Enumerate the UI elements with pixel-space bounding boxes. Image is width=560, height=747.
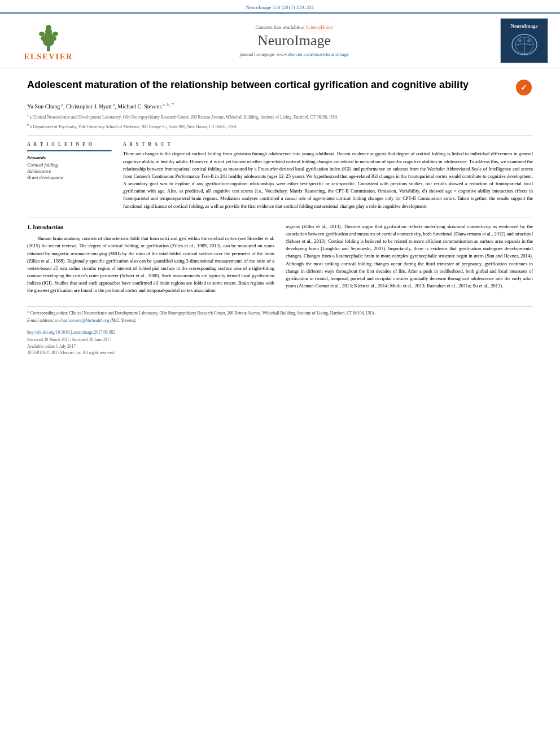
keyword-3: Brain development	[27, 174, 112, 180]
body-col-left: 1. Introduction Human brain anatomy cons…	[27, 223, 274, 298]
author-christopher-hyatt: Christopher J. Hyatt	[66, 103, 112, 110]
abstract-text: There are changes to the degree of corti…	[123, 150, 533, 209]
divider-1	[27, 136, 533, 136]
intro-paragraph-2: regions (Zilles et al., 2013). Theories …	[286, 223, 533, 290]
divider-blue-1	[27, 150, 112, 152]
journal-ref-text: NeuroImage 158 (2017) 319–331	[246, 5, 314, 10]
article-info-label: A R T I C L E I N F O	[27, 142, 112, 147]
elsevier-logo-section: ELSEVIER	[9, 20, 88, 62]
two-col-layout: 1. Introduction Human brain anatomy cons…	[27, 223, 533, 298]
journal-logo-box: NeuroImage	[500, 18, 548, 63]
elsevier-tree-icon	[32, 20, 65, 51]
homepage-label: journal homepage:	[239, 51, 275, 57]
affiliation-a-text: a Clinical Neuroscience and Development …	[30, 115, 338, 120]
author-michael-stevens: Michael C. Stevens	[117, 103, 161, 110]
page-container: NeuroImage 158 (2017) 319–331 ELSEVIER	[0, 0, 560, 366]
footnote-email: E-mail address: michael.stevens@hhchealt…	[27, 317, 533, 324]
issn-text: 1053-8119/© 2017 Elsevier Inc. All right…	[27, 350, 115, 355]
article-content: Adolescent maturation of the relationshi…	[0, 68, 560, 366]
section-number: 1.	[27, 224, 32, 230]
svg-text:✓: ✓	[520, 84, 527, 92]
affiliations: a a Clinical Neuroscience and Developmen…	[27, 113, 533, 120]
available-text: Available online 1 July 2017	[27, 344, 76, 349]
received-dates: Received 20 March 2017; Accepted 30 June…	[27, 337, 533, 343]
elsevier-logo: ELSEVIER	[9, 20, 88, 62]
author-yu-sun-chung: Yu Sun Chung	[27, 103, 60, 110]
intro-paragraph-1: Human brain anatomy consists of characte…	[27, 235, 274, 294]
body-section: 1. Introduction Human brain anatomy cons…	[27, 217, 533, 298]
available-date: Available online 1 July 2017	[27, 343, 533, 350]
journal-header: ELSEVIER Contents lists available at Sci…	[0, 12, 560, 68]
footnote-section: * Corresponding author. Clinical Neurosc…	[27, 306, 533, 356]
footnote-corresponding: * Corresponding author. Clinical Neurosc…	[27, 310, 533, 316]
keyword-1: Cortical folding	[27, 162, 112, 168]
journal-logo-title: NeuroImage	[511, 23, 538, 29]
intro-para1-text: Human brain anatomy consists of characte…	[27, 235, 274, 293]
journal-title: NeuroImage	[94, 32, 495, 49]
corresponding-author-text: * Corresponding author. Clinical Neurosc…	[27, 311, 375, 316]
sciencedirect-link[interactable]: ScienceDirect	[306, 24, 333, 30]
footnote-doi: http://dx.doi.org/10.1016/j.neuroimage.2…	[27, 329, 533, 335]
svg-point-6	[50, 36, 56, 41]
svg-point-11	[527, 39, 531, 42]
affiliation-b: b b Department of Psychiatry, Yale Unive…	[27, 123, 533, 130]
intro-para2-text: regions (Zilles et al., 2013). Theories …	[286, 224, 533, 289]
svg-point-8	[53, 32, 58, 36]
email-link[interactable]: michael.stevens@hhchealth.org	[55, 318, 110, 323]
section-title: Introduction	[33, 224, 63, 230]
svg-point-7	[39, 32, 45, 36]
doi-link[interactable]: http://dx.doi.org/10.1016/j.neuroimage.2…	[27, 330, 115, 335]
article-title: Adolescent maturation of the relationshi…	[27, 78, 509, 91]
brain-logo-icon	[508, 30, 541, 59]
received-text: Received 20 March 2017; Accepted 30 June…	[27, 337, 111, 342]
copyright: 1053-8119/© 2017 Elsevier Inc. All right…	[27, 350, 533, 356]
svg-point-5	[41, 36, 47, 41]
email-label: E-mail address:	[27, 318, 54, 323]
svg-point-10	[518, 39, 522, 42]
article-info-col: A R T I C L E I N F O Keywords: Cortical…	[27, 142, 112, 209]
email-suffix: (M.C. Stevens).	[110, 318, 136, 323]
abstract-col: A B S T R A C T There are changes to the…	[123, 142, 533, 209]
keywords-label: Keywords:	[27, 155, 112, 160]
journal-ref-link[interactable]: NeuroImage 158 (2017) 319–331	[0, 0, 560, 12]
article-info-abstract: A R T I C L E I N F O Keywords: Cortical…	[27, 142, 533, 209]
body-col-right: regions (Zilles et al., 2013). Theories …	[286, 223, 533, 298]
crossmark-icon: ✓	[515, 78, 533, 97]
abstract-label: A B S T R A C T	[123, 142, 533, 147]
journal-info-center: Contents lists available at ScienceDirec…	[94, 24, 495, 57]
contents-line: Contents lists available at ScienceDirec…	[94, 24, 495, 30]
article-authors: Yu Sun Chung a, Christopher J. Hyatt a, …	[27, 102, 533, 110]
journal-logo-right: NeuroImage	[500, 18, 551, 63]
section-heading: 1. Introduction	[27, 223, 274, 232]
article-title-section: Adolescent maturation of the relationshi…	[27, 78, 533, 97]
crossmark-logo[interactable]: ✓	[515, 78, 533, 97]
affiliation-b-text: b Department of Psychiatry, Yale Univers…	[30, 124, 237, 129]
homepage-url[interactable]: www.elsevier.com/locate/neuroimage	[277, 51, 349, 57]
svg-point-4	[46, 25, 51, 30]
elsevier-brand-text: ELSEVIER	[24, 53, 73, 62]
svg-rect-0	[47, 46, 50, 51]
keyword-2: Adolescence	[27, 168, 112, 174]
journal-homepage: journal homepage: www.elsevier.com/locat…	[94, 51, 495, 57]
contents-text: Contents lists available at	[256, 24, 305, 30]
